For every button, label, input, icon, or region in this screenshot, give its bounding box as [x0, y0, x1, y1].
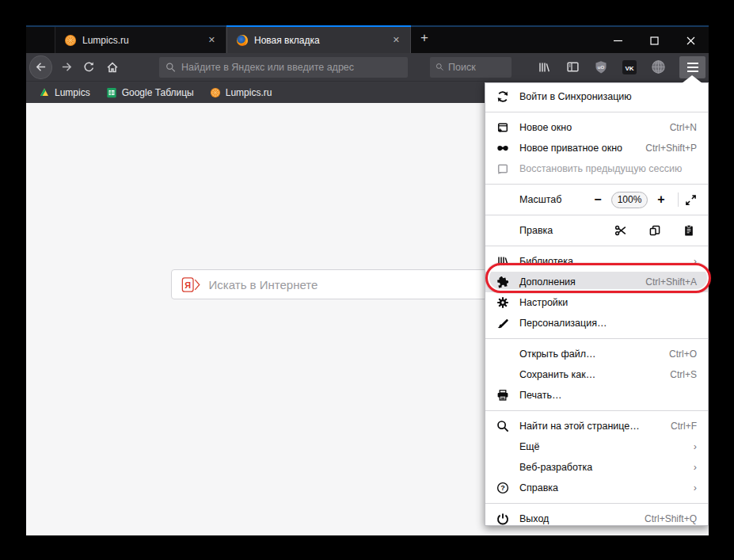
library-button[interactable] — [534, 57, 554, 78]
menu-item-save-as[interactable]: Сохранить как… Ctrl+S — [485, 364, 708, 385]
menu-item-label: Выход — [519, 513, 549, 524]
library-icon — [538, 61, 550, 74]
menu-item-label: Найти на этой странице… — [519, 421, 640, 432]
bookmark-lumpics[interactable]: Lumpics — [33, 85, 96, 101]
edit-controls — [614, 224, 697, 237]
chevron-right-icon: › — [694, 462, 697, 473]
ublock-shield-icon: uO — [594, 60, 608, 74]
puzzle-icon — [496, 276, 509, 288]
restore-session-icon — [496, 162, 509, 175]
tab-title: Lumpics.ru — [82, 35, 200, 46]
library-icon — [496, 255, 509, 268]
bookmark-lumpics-ru[interactable]: Lumpics.ru — [204, 85, 278, 101]
menu-item-shortcut: Ctrl+F — [671, 421, 697, 432]
search-bar[interactable] — [430, 57, 512, 78]
menu-item-label: Библиотека — [519, 256, 573, 267]
reload-button[interactable] — [78, 55, 101, 79]
zoom-level-badge[interactable]: 100% — [611, 192, 648, 208]
forward-button[interactable] — [55, 55, 78, 79]
search-input[interactable] — [448, 62, 506, 73]
minimize-button[interactable] — [599, 29, 636, 52]
back-button[interactable] — [29, 55, 52, 79]
main-menu-panel: Войти в Синхронизацию Новое окно Ctrl+N … — [485, 82, 709, 526]
sidebar-toggle-button[interactable] — [562, 57, 583, 78]
search-icon — [435, 62, 444, 72]
menu-item-open-file[interactable]: Открыть файл… Ctrl+O — [485, 344, 708, 364]
printer-icon — [496, 389, 509, 402]
menu-item-webdev[interactable]: Веб-разработка › — [485, 457, 708, 478]
tab-close-icon[interactable]: ✕ — [390, 33, 403, 47]
menu-item-help[interactable]: ? Справка › — [485, 478, 708, 498]
menu-item-personalize[interactable]: Персонализация… — [485, 313, 708, 333]
address-input[interactable] — [181, 62, 401, 73]
menu-item-find[interactable]: Найти на этой странице… Ctrl+F — [485, 416, 708, 436]
yandex-search-input[interactable] — [209, 278, 487, 291]
menu-separator — [485, 246, 708, 246]
menu-item-label: Сохранить как… — [519, 369, 595, 380]
maximize-button[interactable] — [636, 29, 672, 52]
close-button[interactable] — [672, 29, 709, 52]
help-icon: ? — [496, 482, 509, 494]
svg-text:?: ? — [500, 484, 505, 492]
menu-item-more[interactable]: Ещё › — [485, 436, 708, 457]
menu-item-shortcut: Ctrl+N — [670, 122, 697, 133]
bookmark-label: Lumpics — [55, 87, 90, 98]
globe-extension-button[interactable] — [648, 57, 668, 78]
edit-label: Правка — [519, 225, 553, 236]
tab-close-icon[interactable]: ✕ — [205, 33, 219, 47]
forward-arrow-icon — [61, 61, 73, 73]
menu-item-label: Персонализация… — [519, 318, 607, 329]
yandex-search-box[interactable]: Я — [171, 269, 497, 299]
menu-item-label: Новое окно — [519, 122, 572, 133]
chevron-right-icon: › — [694, 482, 697, 493]
menu-item-library[interactable]: Библиотека › — [485, 251, 708, 272]
ublock-extension-button[interactable]: uO — [591, 57, 611, 78]
menu-item-shortcut: Ctrl+Shift+A — [645, 276, 697, 288]
menu-item-shortcut: Ctrl+Shift+Q — [645, 513, 697, 524]
bookmark-label: Lumpics.ru — [226, 87, 272, 98]
zoom-in-button[interactable]: + — [651, 192, 671, 207]
bookmark-label: Google Таблицы — [122, 87, 194, 98]
menu-item-label: Открыть файл… — [519, 349, 596, 360]
menu-item-new-window[interactable]: Новое окно Ctrl+N — [485, 117, 708, 138]
menu-item-label: Настройки — [519, 297, 568, 308]
menu-item-settings[interactable]: Настройки — [485, 292, 708, 313]
zoom-out-button[interactable]: − — [588, 192, 608, 207]
yandex-logo: Я — [181, 276, 201, 294]
lumpics-orange-icon — [210, 87, 221, 98]
menu-item-shortcut: Ctrl+Shift+P — [645, 143, 697, 154]
menu-item-exit[interactable]: Выход Ctrl+Shift+Q — [485, 509, 708, 529]
menu-item-addons[interactable]: Дополнения Ctrl+Shift+A — [485, 272, 708, 292]
tab-lumpics[interactable]: Lumpics.ru ✕ — [55, 27, 226, 53]
vk-extension-button[interactable]: VK — [619, 57, 640, 78]
cut-button[interactable] — [614, 224, 627, 237]
firefox-favicon — [236, 34, 249, 47]
brush-icon — [496, 317, 509, 330]
tab-new-tab[interactable]: Новая вкладка ✕ — [226, 27, 411, 53]
toolbar-icons: uO VK — [534, 57, 668, 78]
menu-separator — [485, 503, 708, 504]
lumpics-orange-favicon — [64, 34, 77, 47]
menu-pointer-arrow — [681, 75, 703, 84]
google-sheets-icon — [106, 87, 117, 98]
search-icon — [165, 62, 176, 73]
fullscreen-button[interactable] — [685, 194, 697, 206]
menu-item-private-window[interactable]: Новое приватное окно Ctrl+Shift+P — [485, 138, 708, 158]
menu-item-label: Печать… — [519, 390, 561, 401]
home-button[interactable] — [101, 55, 124, 79]
vk-icon: VK — [622, 59, 637, 75]
menu-separator — [485, 410, 708, 411]
paste-button[interactable] — [683, 224, 695, 237]
new-window-icon — [496, 121, 509, 134]
address-bar[interactable] — [159, 57, 408, 78]
new-tab-button[interactable]: + — [411, 27, 438, 53]
menu-item-sync[interactable]: Войти в Синхронизацию — [485, 86, 708, 107]
copy-button[interactable] — [648, 224, 661, 237]
power-icon — [496, 512, 509, 525]
menu-item-label: Справка — [519, 482, 558, 493]
menu-item-label: Веб-разработка — [519, 462, 592, 473]
bookmark-google-sheets[interactable]: Google Таблицы — [101, 85, 200, 101]
menu-item-label: Дополнения — [519, 276, 576, 288]
menu-item-label: Новое приватное окно — [519, 143, 622, 154]
menu-item-print[interactable]: Печать… — [485, 385, 708, 406]
